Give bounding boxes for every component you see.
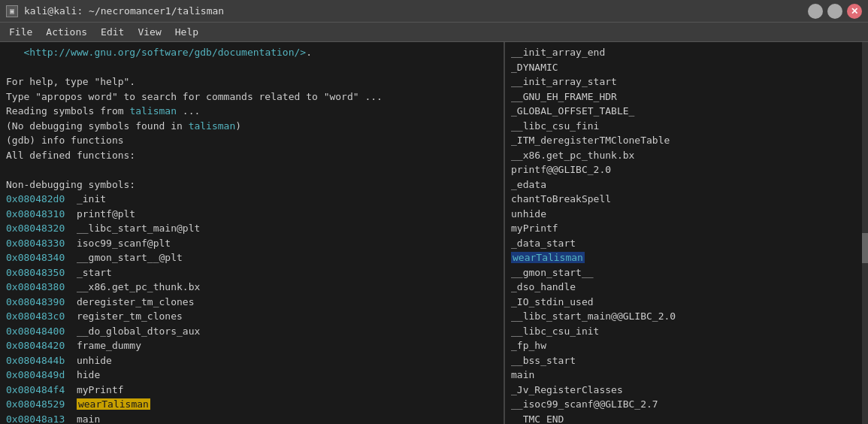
scrollbar-thumb[interactable] (862, 233, 868, 263)
rline-17: _dso_handle (511, 280, 856, 295)
line-blank1 (6, 60, 498, 75)
titlebar-title: kali@kali: ~/necromancer1/talisman (24, 5, 224, 17)
rline-1: __init_array_end (511, 45, 856, 60)
rline-5: _GLOBAL_OFFSET_TABLE_ (511, 104, 856, 119)
titlebar-left: ▣ kali@kali: ~/necromancer1/talisman (6, 5, 224, 17)
terminal-icon: ▣ (6, 5, 18, 17)
right-pane[interactable]: __init_array_end _DYNAMIC __init_array_s… (505, 42, 862, 424)
line-addr15-highlight: 0x08048529 wearTalisman (6, 397, 498, 412)
line-nodebugging: (No debugging symbols found in talisman) (6, 119, 498, 134)
rline-13: myPrintf (511, 221, 856, 236)
rline-14: _data_start (511, 236, 856, 251)
rline-9: printf@@GLIBC_2.0 (511, 162, 856, 177)
titlebar: ▣ kali@kali: ~/necromancer1/talisman ✕ (0, 0, 868, 23)
rline-12: unhide (511, 207, 856, 222)
rline-6: __libc_csu_fini (511, 119, 856, 134)
line-addr6: 0x08048350 _start (6, 265, 498, 280)
line-addr13: 0x0804849d hide (6, 368, 498, 383)
rline-25: __isoc99_scanf@@GLIBC_2.7 (511, 397, 856, 412)
line-addr4: 0x08048330 isoc99_scanf@plt (6, 236, 498, 251)
line-addr14: 0x080484f4 myPrintf (6, 383, 498, 398)
line-addr8: 0x08048390 deregister_tm_clones (6, 295, 498, 310)
rline-15-highlight: wearTalisman (511, 250, 856, 265)
line-addr3: 0x08048320 __libc_start_main@plt (6, 221, 498, 236)
rline-11: chantToBreakSpell (511, 192, 856, 207)
close-button[interactable]: ✕ (847, 4, 862, 19)
rline-7: _ITM_deregisterTMCloneTable (511, 133, 856, 148)
line-url: <http://www.gnu.org/software/gdb/documen… (6, 45, 498, 60)
menu-view[interactable]: View (132, 25, 167, 39)
rline-18: _IO_stdin_used (511, 295, 856, 310)
rline-22: __bss_start (511, 353, 856, 368)
menu-actions[interactable]: Actions (40, 25, 93, 39)
menu-edit[interactable]: Edit (95, 25, 130, 39)
maximize-button[interactable] (827, 4, 842, 19)
line-addr11: 0x08048420 frame_dummy (6, 338, 498, 353)
line-addr2: 0x08048310 printf@plt (6, 207, 498, 222)
line-reading: Reading symbols from talisman ... (6, 104, 498, 119)
line-addr12: 0x0804844b unhide (6, 353, 498, 368)
rline-4: __GNU_EH_FRAME_HDR (511, 89, 856, 104)
minimize-button[interactable] (808, 4, 823, 19)
menubar: File Actions Edit View Help (0, 23, 868, 42)
rline-3: __init_array_start (511, 74, 856, 89)
line-addr1: 0x080482d0 _init (6, 192, 498, 207)
rline-16: __gmon_start__ (511, 265, 856, 280)
rline-10: _edata (511, 177, 856, 192)
rline-2: _DYNAMIC (511, 60, 856, 75)
scrollbar[interactable] (862, 42, 868, 424)
line-blank2 (6, 162, 498, 177)
line-addr10: 0x08048400 __do_global_dtors_aux (6, 324, 498, 339)
rline-24: _Jv_RegisterClasses (511, 383, 856, 398)
line-addr9: 0x080483c0 register_tm_clones (6, 309, 498, 324)
rline-21: _fp_hw (511, 338, 856, 353)
terminal: <http://www.gnu.org/software/gdb/documen… (0, 42, 868, 424)
line-help: For help, type "help". (6, 74, 498, 89)
rline-19: __libc_start_main@@GLIBC_2.0 (511, 309, 856, 324)
rline-8: __x86.get_pc_thunk.bx (511, 148, 856, 163)
line-infofunctions: (gdb) info functions (6, 133, 498, 148)
rline-23: main (511, 368, 856, 383)
menu-file[interactable]: File (3, 25, 38, 39)
line-addr5: 0x08048340 __gmon_start__@plt (6, 250, 498, 265)
rline-26: __TMC_END__ (511, 412, 856, 425)
line-addr16: 0x08048a13 main (6, 412, 498, 425)
line-alldefined: All defined functions: (6, 148, 498, 163)
line-apropos: Type "apropos word" to search for comman… (6, 89, 498, 104)
line-nondebugging: Non-debugging symbols: (6, 177, 498, 192)
menu-help[interactable]: Help (169, 25, 204, 39)
line-addr7: 0x08048380 __x86.get_pc_thunk.bx (6, 280, 498, 295)
left-pane[interactable]: <http://www.gnu.org/software/gdb/documen… (0, 42, 504, 424)
titlebar-controls: ✕ (808, 4, 862, 19)
rline-20: __libc_csu_init (511, 324, 856, 339)
